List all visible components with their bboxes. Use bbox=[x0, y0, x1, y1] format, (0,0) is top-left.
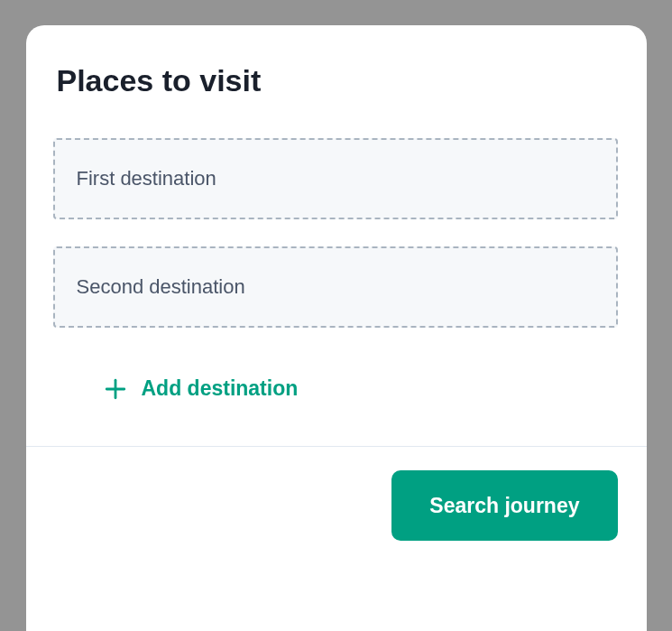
search-journey-button[interactable]: Search journey bbox=[391, 470, 617, 541]
card-body: Places to visit Add destination bbox=[26, 25, 647, 446]
places-card: Places to visit Add destination Search j… bbox=[26, 25, 647, 631]
add-destination-button[interactable]: Add destination bbox=[53, 355, 299, 401]
add-destination-label: Add destination bbox=[142, 376, 299, 401]
page-title: Places to visit bbox=[53, 63, 618, 98]
plus-icon bbox=[104, 377, 127, 401]
first-destination-input[interactable] bbox=[53, 138, 618, 219]
second-destination-input[interactable] bbox=[53, 246, 618, 328]
card-footer: Search journey bbox=[26, 446, 647, 564]
